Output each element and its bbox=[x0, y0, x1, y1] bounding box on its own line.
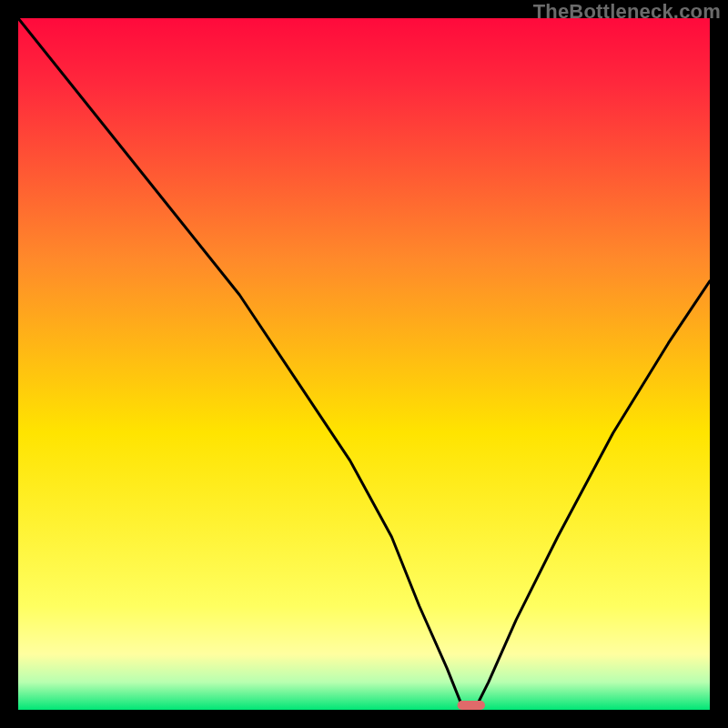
plot-area bbox=[18, 18, 710, 710]
chart-frame: TheBottleneck.com bbox=[0, 0, 728, 728]
chart-svg bbox=[18, 18, 710, 710]
gradient-background bbox=[18, 18, 710, 710]
optimal-marker bbox=[458, 701, 485, 710]
